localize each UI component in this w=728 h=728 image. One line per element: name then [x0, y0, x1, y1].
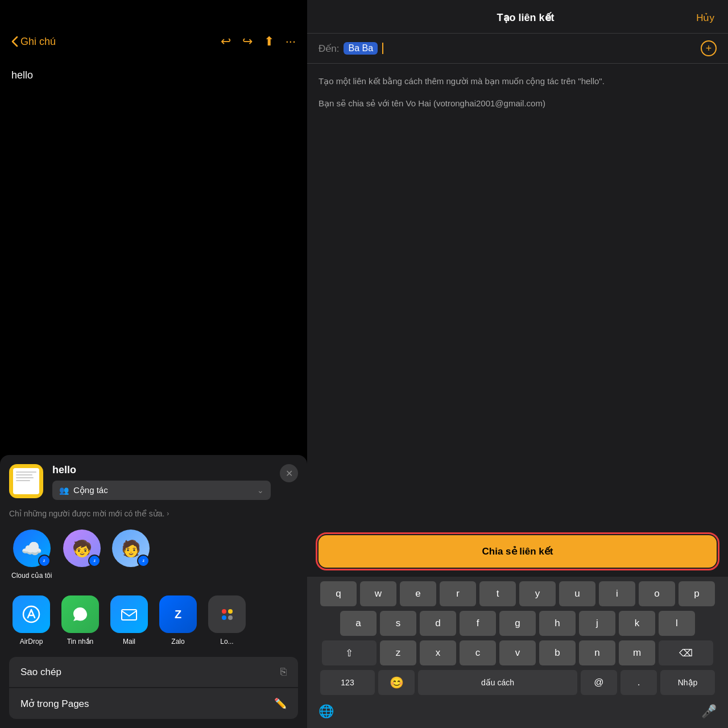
app-item-airdrop[interactable]: AirDrop [11, 595, 51, 646]
share-icon[interactable]: ⬆ [264, 34, 274, 49]
zalo-badge: Z [38, 555, 51, 567]
key-r[interactable]: r [440, 581, 476, 606]
contact-item-cloud[interactable]: ☁️ Z Cloud của tôi [11, 530, 52, 580]
app-item-messages[interactable]: Tin nhắn [60, 595, 100, 646]
emoji-key[interactable]: 😊 [378, 670, 415, 695]
contact-item-3[interactable]: 🧑 Z [112, 530, 150, 580]
group-icon: 👥 [59, 486, 69, 495]
key-f[interactable]: f [460, 611, 496, 636]
app-item-more[interactable]: Lo... [207, 595, 247, 646]
key-m[interactable]: m [619, 640, 655, 665]
key-t[interactable]: t [479, 581, 516, 606]
key-y[interactable]: y [519, 581, 556, 606]
to-field: Đến: Ba Ba + [307, 34, 728, 64]
app-item-zalo[interactable]: Z Zalo [158, 595, 198, 646]
globe-icon[interactable]: 🌐 [318, 704, 334, 719]
key-e[interactable]: e [400, 581, 436, 606]
mail-icon [110, 595, 148, 633]
key-k[interactable]: k [619, 611, 655, 636]
chevron-down-icon: ⌄ [257, 486, 264, 495]
key-d[interactable]: d [420, 611, 456, 636]
pencil-icon: ✏️ [274, 697, 287, 710]
numbers-key[interactable]: 123 [320, 670, 375, 695]
key-q[interactable]: q [320, 581, 357, 606]
airdrop-icon [13, 595, 50, 633]
keyboard-row-3: ⇧ z x c v b n m ⌫ [309, 640, 726, 665]
return-key[interactable]: Nhập [660, 670, 715, 695]
create-link-title: Tạo liên kết [355, 11, 696, 24]
space-key[interactable]: dấu cách [418, 670, 577, 695]
action-rows: Sao chép ⎘ Mở trong Pages ✏️ [9, 657, 298, 719]
contacts-row: ☁️ Z Cloud của tôi 🧒 Z 🧑 Z [9, 530, 298, 580]
back-button[interactable]: Ghi chú [11, 36, 56, 48]
app-item-mail[interactable]: Mail [109, 595, 149, 646]
key-b[interactable]: b [539, 640, 576, 665]
backspace-key[interactable]: ⌫ [659, 640, 713, 665]
share-link-button[interactable]: Chia sẻ liên kết [318, 535, 717, 568]
back-label: Ghi chú [20, 36, 56, 48]
contact-item-2[interactable]: 🧒 Z [63, 530, 101, 580]
microphone-icon[interactable]: 🎤 [701, 704, 717, 719]
key-i[interactable]: i [599, 581, 635, 606]
key-p[interactable]: p [679, 581, 715, 606]
to-label: Đến: [318, 43, 339, 55]
key-h[interactable]: h [539, 611, 576, 636]
key-v[interactable]: v [499, 640, 536, 665]
cloud-avatar: ☁️ Z [13, 530, 51, 567]
more-icon[interactable]: ··· [286, 34, 296, 49]
collab-dropdown[interactable]: 👥 Cộng tác ⌄ [52, 481, 271, 500]
more-apps-icon [208, 595, 246, 633]
left-panel: Ghi chú ↩ ↪ ⬆ ··· hello hello [0, 0, 307, 728]
description-2: Bạn sẽ chia sẻ với tên Vo Hai (votrongha… [318, 97, 717, 110]
at-key[interactable]: @ [581, 670, 617, 695]
keyboard-row-4: 123 😊 dấu cách @ . Nhập [309, 670, 726, 695]
permission-text: Chỉ những người được mời mới có thể sửa.… [9, 509, 298, 518]
key-o[interactable]: o [639, 581, 675, 606]
undo-icon[interactable]: ↩ [221, 34, 231, 49]
keyboard-row-2: a s d f g h j k l [309, 611, 726, 636]
zalo-badge-3: Z [137, 555, 150, 567]
collab-label: Cộng tác [73, 485, 253, 495]
close-button[interactable]: ✕ [280, 464, 298, 482]
key-z[interactable]: z [380, 640, 416, 665]
cancel-button[interactable]: Hủy [696, 12, 714, 24]
description-1: Tạo một liên kết bằng cách thêm người mà… [318, 75, 717, 88]
apps-row: AirDrop Tin nhắn Mail Z Zalo [9, 595, 298, 646]
text-cursor [382, 43, 383, 54]
zalo-icon: Z [159, 595, 197, 633]
more-apps-label: Lo... [220, 638, 233, 646]
key-g[interactable]: g [499, 611, 536, 636]
cloud-label: Cloud của tôi [11, 572, 52, 580]
redo-icon[interactable]: ↪ [242, 34, 253, 49]
share-sheet: hello 👥 Cộng tác ⌄ ✕ Chỉ những người đượ… [0, 455, 307, 728]
key-j[interactable]: j [579, 611, 615, 636]
share-link-btn-area: Chia sẻ liên kết [307, 526, 728, 577]
key-n[interactable]: n [579, 640, 615, 665]
zalo-label: Zalo [171, 638, 184, 646]
chevron-right-icon: › [167, 510, 169, 518]
key-x[interactable]: x [420, 640, 456, 665]
notes-header: Ghi chú ↩ ↪ ⬆ ··· [0, 0, 307, 58]
mail-label: Mail [123, 638, 135, 646]
key-a[interactable]: a [340, 611, 377, 636]
svg-rect-1 [122, 610, 136, 620]
recipient-chip[interactable]: Ba Ba [344, 42, 378, 55]
key-l[interactable]: l [659, 611, 695, 636]
period-key[interactable]: . [621, 670, 657, 695]
link-description: Tạo một liên kết bằng cách thêm người mà… [307, 64, 728, 119]
copy-action[interactable]: Sao chép ⎘ [9, 657, 298, 687]
share-note-title: hello [52, 464, 271, 476]
key-c[interactable]: c [460, 640, 496, 665]
add-recipient-button[interactable]: + [701, 40, 717, 56]
shift-key[interactable]: ⇧ [322, 640, 377, 665]
notes-app-icon [9, 464, 43, 498]
open-pages-label: Mở trong Pages [20, 698, 267, 710]
right-panel: Tạo liên kết Hủy Đến: Ba Ba + Tạo một li… [307, 0, 728, 728]
open-pages-action[interactable]: Mở trong Pages ✏️ [9, 688, 298, 719]
key-s[interactable]: s [380, 611, 416, 636]
key-w[interactable]: w [360, 581, 396, 606]
copy-label: Sao chép [20, 667, 274, 678]
key-u[interactable]: u [559, 581, 595, 606]
copy-icon: ⎘ [280, 666, 287, 678]
share-header: hello 👥 Cộng tác ⌄ ✕ [9, 464, 298, 500]
